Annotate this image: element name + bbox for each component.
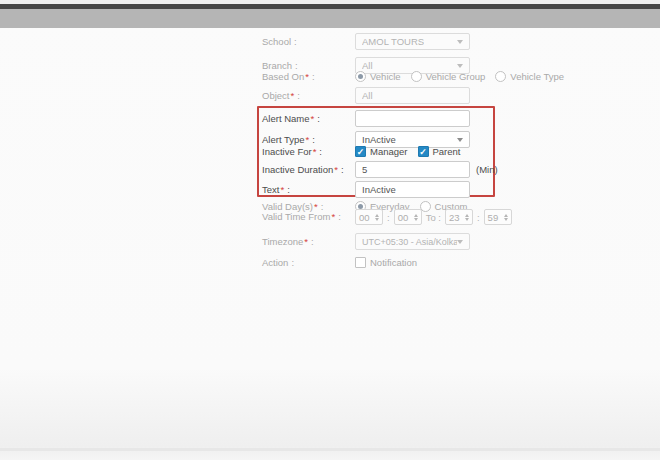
inactive-duration-label: Inactive Duration*: xyxy=(262,161,355,178)
timezone-select-value: UTC+05:30 - Asia/Kolkata xyxy=(362,237,457,247)
form-row-inactive-for: Inactive For*: Manager Parent xyxy=(262,145,461,158)
chevron-down-icon xyxy=(457,240,463,244)
radio-selected-icon xyxy=(355,71,366,82)
time-to-separator: To : xyxy=(426,212,441,223)
radio-icon xyxy=(411,71,422,82)
chevron-down-icon xyxy=(457,64,463,68)
time-to-hour-input[interactable]: 23 xyxy=(445,209,473,225)
inactive-for-label: Inactive For*: xyxy=(262,145,355,158)
duration-unit-label: (Min) xyxy=(476,161,498,178)
alert-config-page: { "colors": { "highlight_border": "#c645… xyxy=(0,0,660,460)
checkbox-unchecked-icon xyxy=(355,257,366,268)
radio-vehicle[interactable]: Vehicle xyxy=(355,71,401,82)
timezone-select[interactable]: UTC+05:30 - Asia/Kolkata xyxy=(355,233,470,250)
school-select-value: AMOL TOURS xyxy=(362,36,424,47)
school-label: School: xyxy=(262,33,355,50)
valid-time-label: Valid Time From*: xyxy=(262,209,355,225)
checkbox-checked-icon xyxy=(355,146,366,157)
time-separator: : xyxy=(387,212,390,223)
spinner-arrows-icon xyxy=(465,214,469,221)
based-on-label: Based On*: xyxy=(262,70,355,83)
radio-vehicle-group[interactable]: Vehicle Group xyxy=(411,71,486,82)
spinner-arrows-icon xyxy=(414,214,418,221)
form-row-alert-name: Alert Name*: xyxy=(262,110,470,127)
form-row-school: School: AMOL TOURS xyxy=(262,33,470,50)
top-gray-bar xyxy=(0,9,660,28)
chevron-down-icon xyxy=(457,138,463,142)
time-separator: : xyxy=(477,212,480,223)
timezone-label: Timezone*: xyxy=(262,233,355,250)
action-label: Action: xyxy=(262,256,355,269)
form-row-timezone: Timezone*: UTC+05:30 - Asia/Kolkata xyxy=(262,233,470,250)
form-row-action: Action: Notification xyxy=(262,256,417,269)
chevron-down-icon xyxy=(457,40,463,44)
inactive-duration-input[interactable] xyxy=(355,161,470,178)
checkbox-checked-icon xyxy=(418,146,429,157)
form-row-inactive-duration: Inactive Duration*: (Min) xyxy=(262,161,498,178)
spinner-arrows-icon xyxy=(504,214,508,221)
radio-vehicle-type[interactable]: Vehicle Type xyxy=(495,71,564,82)
checkbox-manager[interactable]: Manager xyxy=(355,146,408,157)
time-from-hour-input[interactable]: 00 xyxy=(355,209,383,225)
text-label: Text*: xyxy=(262,181,355,198)
alert-name-label: Alert Name*: xyxy=(262,110,355,127)
radio-icon xyxy=(495,71,506,82)
time-to-minute-input[interactable]: 59 xyxy=(484,209,512,225)
object-input-value: All xyxy=(362,90,373,101)
alert-type-select-value: InActive xyxy=(362,134,396,145)
object-label: Object*: xyxy=(262,87,355,104)
spinner-arrows-icon xyxy=(375,214,379,221)
time-from-minute-input[interactable]: 00 xyxy=(394,209,422,225)
checkbox-notification[interactable]: Notification xyxy=(355,257,417,268)
alert-name-input[interactable] xyxy=(355,110,470,127)
text-input[interactable] xyxy=(355,181,470,198)
checkbox-parent[interactable]: Parent xyxy=(418,146,461,157)
form-row-text: Text*: xyxy=(262,181,470,198)
form-row-based-on: Based On*: Vehicle Vehicle Group Vehicle… xyxy=(262,70,564,83)
school-select[interactable]: AMOL TOURS xyxy=(355,33,470,50)
form-row-object: Object*: All xyxy=(262,87,470,104)
object-input[interactable]: All xyxy=(355,87,470,104)
form-row-valid-time: Valid Time From*: 00 : 00 To : 23 : 59 xyxy=(262,209,512,225)
bottom-divider xyxy=(0,448,660,451)
